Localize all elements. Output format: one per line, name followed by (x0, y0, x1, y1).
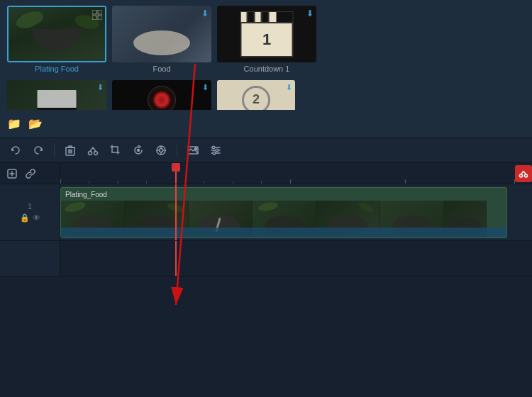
media-thumb-countdown: ⬇ 1 (217, 6, 316, 62)
clapper-stripe1 (241, 12, 248, 22)
track-icons: 🔒 👁 (20, 213, 40, 223)
clapper-top (240, 11, 294, 23)
svg-point-9 (160, 149, 163, 152)
minor-tick-1 (89, 181, 89, 184)
toolbar-separator-1 (54, 143, 55, 157)
folder-open-icon[interactable]: 📂 (28, 117, 43, 130)
media-grid-row1: Plating Food ⬇ Food ⬇ 1 (0, 0, 532, 79)
svg-point-13 (216, 149, 218, 152)
svg-rect-2 (92, 16, 96, 20)
svg-point-11 (195, 148, 197, 150)
track-playhead-line (175, 184, 177, 240)
playhead-head (172, 163, 180, 172)
clapper-stripe4 (262, 12, 270, 22)
download-icon-row2-1: ⬇ (97, 83, 104, 92)
leaf-4 (257, 201, 278, 213)
clapper-stripe2 (248, 12, 255, 22)
leaf-5 (358, 201, 375, 213)
thumb-food-bg (112, 6, 211, 62)
folder-closed-icon[interactable]: 📁 (7, 117, 21, 130)
add-track-button[interactable] (4, 166, 20, 181)
cut-button[interactable] (83, 140, 103, 160)
board-mini (38, 90, 77, 108)
svg-rect-0 (92, 10, 96, 14)
media-thumb-plating-food (7, 6, 106, 62)
minor-tick-5 (233, 181, 233, 184)
image-button[interactable] (183, 140, 203, 160)
svg-point-7 (138, 150, 140, 152)
lock-icon[interactable]: 🔒 (20, 213, 30, 223)
svg-point-14 (213, 152, 216, 155)
grid-icon (92, 10, 102, 22)
ruler-playhead (175, 163, 177, 184)
delete-button[interactable] (60, 140, 80, 160)
thumb-bg (9, 7, 105, 61)
timeline-left-controls (0, 163, 60, 184)
media-item-food[interactable]: ⬇ Food (112, 6, 211, 73)
redo-button[interactable] (28, 140, 48, 160)
minor-tick-6 (261, 181, 262, 184)
bowl-shape (32, 29, 82, 50)
undo-button[interactable] (6, 140, 26, 160)
media-thumb-food: ⬇ (112, 6, 211, 62)
media-label-plating-food: Plating Food (35, 65, 79, 73)
download-icon-row2-3: ⬇ (286, 83, 292, 92)
scissors-button[interactable] (515, 165, 532, 182)
download-icon-row2-2: ⬇ (202, 83, 209, 92)
eye-icon[interactable]: 👁 (33, 213, 40, 223)
track-playhead-line2 (175, 241, 177, 276)
track-label-empty (0, 241, 60, 276)
rotate-button[interactable] (128, 140, 148, 160)
leaf-1 (64, 200, 87, 213)
adjust-button[interactable] (206, 140, 226, 160)
ruler-mark-3: 00:00:03:00 (405, 179, 406, 184)
ruler-mark-2: 00:00:02:00 (290, 179, 291, 184)
minor-tick-2 (118, 181, 118, 184)
audio-bar (61, 228, 506, 237)
ruler-container: 00:00:00:00 00:00:01:00 00:00:02:00 00:0… (60, 163, 532, 184)
timeline-tracks: 1 🔒 👁 Plating_Food (0, 184, 532, 397)
video-clip-plating-food[interactable]: Plating_Food (60, 187, 507, 238)
media-label-countdown: Countdown 1 (244, 65, 290, 73)
toolbar (0, 138, 532, 163)
countdown-number: 1 (240, 22, 294, 57)
countdown-bg: 1 (217, 6, 316, 62)
media-item-plating-food[interactable]: Plating Food (7, 6, 106, 73)
toolbar-separator-2 (177, 143, 177, 157)
download-icon-countdown: ⬇ (306, 9, 314, 18)
bowl-food (133, 30, 190, 55)
download-icon-food: ⬇ (201, 9, 209, 18)
svg-rect-3 (98, 16, 102, 20)
media-label-food: Food (153, 65, 170, 73)
track-content-video[interactable]: Plating_Food (60, 184, 532, 240)
clip-label: Plating_Food (65, 191, 107, 198)
track-number: 1 (28, 203, 32, 211)
clapper-stripe3 (255, 12, 262, 22)
svg-rect-1 (98, 10, 102, 14)
clapper-stripe5 (270, 12, 277, 22)
track-content-empty (60, 241, 532, 276)
leaf-shape (14, 9, 45, 31)
ruler-mark-0: 00:00:00:00 (60, 179, 61, 184)
media-item-countdown1[interactable]: ⬇ 1 (217, 6, 316, 73)
track-row-video: 1 🔒 👁 Plating_Food (0, 184, 532, 241)
clapperboard: 1 (237, 11, 297, 57)
svg-point-12 (212, 146, 215, 149)
minor-tick-3 (146, 181, 147, 184)
timeline-ruler: 00:00:00:00 00:00:01:00 00:00:02:00 00:0… (60, 163, 532, 184)
freeze-button[interactable] (151, 140, 171, 160)
crop-button[interactable] (106, 140, 126, 160)
timeline-header: 00:00:00:00 00:00:01:00 00:00:02:00 00:0… (0, 163, 532, 184)
folder-bar: 📁 📂 (0, 110, 532, 138)
track-row-empty (0, 241, 532, 276)
minor-tick-4 (204, 181, 204, 184)
link-button[interactable] (23, 166, 38, 181)
track-label-video: 1 🔒 👁 (0, 184, 60, 240)
